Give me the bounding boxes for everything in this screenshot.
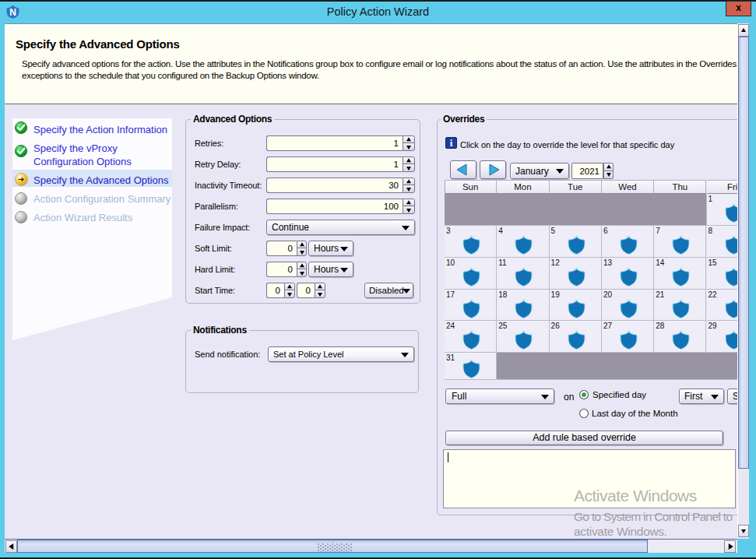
svg-text:N: N [9,7,16,18]
